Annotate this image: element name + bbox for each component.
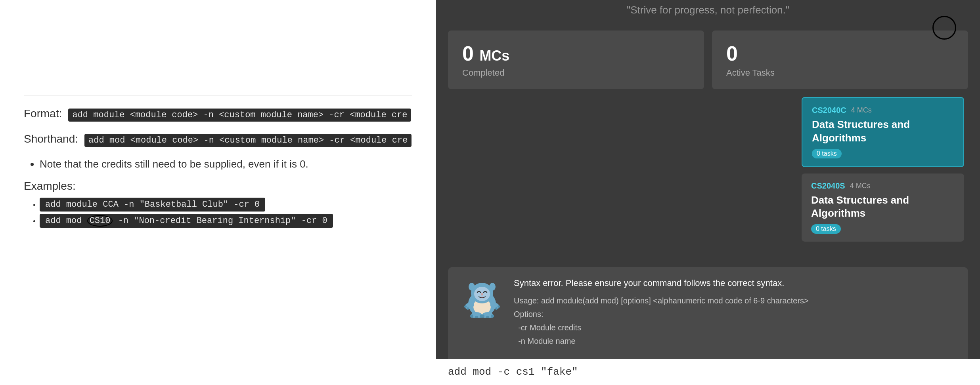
mcs-number: 0 MCs	[462, 42, 690, 65]
example-code-2: add mod CS10 -n "Non-credit Bearing Inte…	[40, 214, 333, 228]
left-panel: Format: add module <module code> -n <cus…	[0, 0, 436, 385]
format-label: Format:	[24, 107, 62, 120]
mcs-sublabel: Completed	[462, 68, 690, 78]
module-credits-2: 4 MCs	[850, 182, 871, 190]
module-card-cs2040c[interactable]: CS2040C 4 MCs Data Structures and Algori…	[802, 97, 964, 167]
example-item-2: add mod CS10 -n "Non-credit Bearing Inte…	[40, 215, 412, 227]
tasks-badge-2: 0 tasks	[811, 224, 841, 234]
example-item-1: add module CCA -n "Basketball Club" -cr …	[40, 200, 412, 210]
divider	[24, 95, 412, 95]
input-area	[436, 359, 980, 385]
shorthand-row: Shorthand: add mod <module code> -n <cus…	[24, 133, 412, 147]
svg-point-19	[498, 305, 500, 308]
annotation-circle	[932, 16, 956, 40]
option1: -cr Module credits	[518, 323, 581, 332]
module-header-1: CS2040C 4 MCs	[812, 106, 954, 115]
examples-heading: Examples:	[24, 180, 412, 192]
note-item: Note that the credits still need to be s…	[40, 158, 412, 170]
tasks-label: Active Tasks	[726, 68, 954, 78]
options-label: Options:	[514, 310, 543, 318]
module-title-1: Data Structures and Algorithms	[812, 118, 954, 145]
module-list: CS2040C 4 MCs Data Structures and Algori…	[802, 97, 968, 261]
error-message: Syntax error. Please ensure your command…	[514, 278, 954, 288]
doc-content: Format: add module <module code> -n <cus…	[24, 95, 412, 227]
option2: -n Module name	[518, 337, 576, 345]
svg-point-5	[469, 283, 475, 291]
shorthand-label: Shorthand:	[24, 133, 78, 145]
format-row: Format: add module <module code> -n <cus…	[24, 107, 412, 122]
right-panel: "Strive for progress, not perfection." 0…	[436, 0, 980, 385]
svg-point-17	[464, 305, 467, 308]
module-title-2: Data Structures and Algorithms	[811, 194, 955, 221]
svg-point-6	[489, 283, 496, 291]
tasks-badge-1: 0 tasks	[812, 149, 842, 158]
snorlax-icon	[462, 278, 502, 318]
snorlax-mascot	[462, 278, 502, 319]
error-response-text: Syntax error. Please ensure your command…	[514, 278, 954, 348]
usage-text: Usage: add module(add mod) [options] <al…	[514, 294, 954, 348]
active-tasks-card: 0 Active Tasks	[712, 30, 968, 89]
stats-row: 0 MCs Completed 0 Active Tasks	[436, 23, 980, 93]
usage-line1: Usage: add module(add mod) [options] <al…	[514, 296, 809, 305]
mcs-completed-card: 0 MCs Completed	[448, 30, 704, 89]
format-block: Format: add module <module code> -n <cus…	[24, 107, 412, 122]
svg-point-4	[481, 293, 483, 295]
module-card-cs2040s[interactable]: CS2040S 4 MCs Data Structures and Algori…	[802, 173, 964, 242]
format-code: add module <module code> -n <custom modu…	[68, 109, 411, 122]
module-code-1: CS2040C	[812, 106, 846, 115]
highlight-cs10: CS10	[87, 215, 113, 227]
fade-overlay	[0, 0, 436, 71]
response-area: Syntax error. Please ensure your command…	[448, 267, 968, 359]
main-area: CS2040C 4 MCs Data Structures and Algori…	[436, 93, 980, 261]
notes-list: Note that the credits still need to be s…	[24, 158, 412, 170]
svg-point-14	[481, 314, 484, 318]
examples-list: add module CCA -n "Basketball Club" -cr …	[24, 200, 412, 227]
example-code-1: add module CCA -n "Basketball Club" -cr …	[40, 198, 265, 212]
module-header-2: CS2040S 4 MCs	[811, 181, 955, 191]
svg-point-11	[470, 314, 473, 318]
shorthand-code: add mod <module code> -n <custom module …	[84, 134, 412, 147]
svg-point-18	[467, 307, 469, 310]
shorthand-block: Shorthand: add mod <module code> -n <cus…	[24, 133, 412, 147]
tasks-number: 0	[726, 42, 954, 65]
svg-point-20	[495, 307, 498, 310]
svg-point-16	[491, 314, 494, 318]
module-code-2: CS2040S	[811, 181, 845, 191]
module-credits-1: 4 MCs	[851, 106, 872, 114]
command-input[interactable]	[448, 366, 968, 378]
motivational-quote: "Strive for progress, not perfection."	[436, 0, 980, 23]
